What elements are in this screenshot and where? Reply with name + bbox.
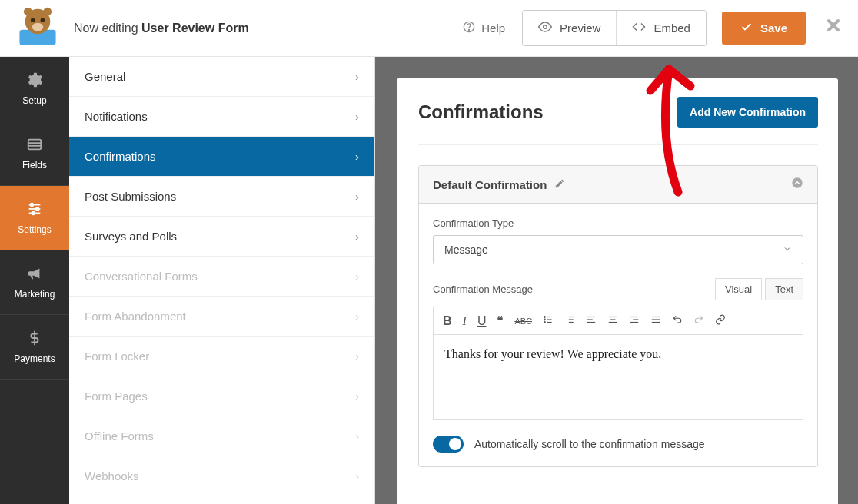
gear-icon	[26, 71, 43, 91]
main-area: Confirmations Add New Confirmation Defau…	[375, 57, 858, 504]
confirmation-box-title: Default Confirmation	[433, 178, 547, 191]
chevron-right-icon: ›	[355, 70, 359, 83]
underline-icon[interactable]: U	[477, 314, 487, 328]
align-right-icon[interactable]	[629, 314, 640, 328]
type-value: Message	[444, 244, 488, 256]
nav-payments-label: Payments	[14, 353, 55, 364]
type-label: Confirmation Type	[433, 217, 803, 229]
redo-icon[interactable]	[693, 314, 704, 328]
check-icon	[740, 21, 753, 35]
panel-item-label: Webhooks	[85, 469, 139, 482]
nav-setup-label: Setup	[22, 95, 46, 106]
nav-fields-label: Fields	[22, 160, 47, 171]
editor-tab-text[interactable]: Text	[765, 278, 803, 300]
editor-tab-visual[interactable]: Visual	[715, 278, 762, 300]
chevron-right-icon: ›	[355, 350, 359, 363]
confirmations-card: Confirmations Add New Confirmation Defau…	[397, 78, 838, 504]
svg-point-16	[31, 204, 34, 207]
auto-scroll-toggle[interactable]	[433, 436, 464, 453]
chevron-right-icon: ›	[355, 469, 359, 482]
svg-point-18	[32, 212, 35, 215]
bold-icon[interactable]: B	[443, 314, 452, 328]
save-button[interactable]: Save	[722, 12, 806, 45]
panel-item-label: Form Pages	[85, 390, 148, 403]
ul-icon[interactable]	[543, 314, 554, 328]
panel-item-webhooks[interactable]: Webhooks ›	[69, 456, 374, 496]
panel-item-label: Offline Forms	[85, 429, 154, 443]
confirmation-message-editor[interactable]	[433, 334, 803, 420]
nav-payments[interactable]: Payments	[0, 315, 69, 380]
svg-point-20	[792, 177, 802, 187]
align-center-icon[interactable]	[607, 314, 618, 328]
svg-point-4	[31, 18, 35, 22]
chevron-right-icon: ›	[355, 110, 359, 123]
svg-point-8	[469, 29, 470, 30]
confirmation-type-select[interactable]: Message	[433, 235, 803, 264]
nav-fields[interactable]: Fields	[0, 121, 69, 186]
code-icon	[632, 20, 646, 36]
add-confirmation-button[interactable]: Add New Confirmation	[677, 97, 818, 128]
panel-item-label: Post Submissions	[85, 190, 176, 203]
chevron-right-icon: ›	[355, 190, 359, 203]
megaphone-icon	[26, 265, 43, 284]
header-action-group: Preview Embed	[522, 10, 707, 46]
italic-icon[interactable]: I	[463, 314, 467, 328]
panel-item-label: Confirmations	[85, 150, 156, 163]
panel-item-label: Conversational Forms	[85, 270, 198, 283]
strike-icon[interactable]: ABC	[514, 317, 532, 326]
panel-item-general[interactable]: General ›	[69, 57, 374, 97]
editor-toolbar: B I U ❝ ABC	[433, 307, 803, 334]
editing-caption: Now editing User Review Form	[74, 22, 249, 35]
message-label: Confirmation Message	[433, 284, 533, 295]
confirmation-box: Default Confirmation Confirmation Type M…	[418, 165, 818, 467]
preview-button[interactable]: Preview	[523, 11, 616, 45]
svg-point-17	[36, 207, 39, 211]
link-icon[interactable]	[715, 314, 726, 328]
panel-item-label: Form Abandonment	[85, 310, 186, 323]
chevron-right-icon: ›	[355, 390, 359, 403]
nav-settings[interactable]: Settings	[0, 186, 69, 250]
embed-button[interactable]: Embed	[616, 11, 706, 45]
panel-item-offline-forms[interactable]: Offline Forms ›	[69, 416, 374, 456]
collapse-icon[interactable]	[791, 177, 803, 192]
help-label: Help	[481, 22, 505, 35]
panel-item-surveys-polls[interactable]: Surveys and Polls ›	[69, 217, 374, 257]
app-header: Now editing User Review Form Help Previe…	[0, 0, 858, 57]
chevron-right-icon: ›	[355, 150, 359, 163]
nav-setup[interactable]: Setup	[0, 57, 69, 121]
panel-item-notifications[interactable]: Notifications ›	[69, 97, 374, 137]
nav-marketing[interactable]: Marketing	[0, 250, 69, 315]
pencil-icon[interactable]	[554, 178, 565, 191]
panel-item-label: Form Locker	[85, 350, 149, 363]
undo-icon[interactable]	[672, 314, 683, 328]
page-title: Confirmations	[418, 101, 544, 123]
align-left-icon[interactable]	[586, 314, 597, 328]
panel-item-confirmations[interactable]: Confirmations ›	[69, 137, 374, 177]
align-justify-icon[interactable]	[650, 314, 661, 328]
chevron-right-icon: ›	[355, 310, 359, 323]
dollar-icon	[26, 330, 43, 349]
quote-icon[interactable]: ❝	[497, 313, 504, 328]
close-icon[interactable]	[824, 16, 843, 40]
svg-rect-10	[28, 140, 42, 150]
panel-item-form-pages[interactable]: Form Pages ›	[69, 376, 374, 416]
ol-icon[interactable]	[564, 314, 575, 328]
help-button[interactable]: Help	[463, 21, 505, 35]
panel-item-conversational-forms[interactable]: Conversational Forms ›	[69, 257, 374, 297]
save-label: Save	[760, 22, 787, 35]
nav-marketing-label: Marketing	[15, 289, 55, 300]
help-icon	[463, 21, 475, 35]
svg-point-26	[544, 321, 546, 323]
panel-item-label: Surveys and Polls	[85, 230, 177, 243]
panel-item-form-locker[interactable]: Form Locker ›	[69, 337, 374, 376]
app-logo	[15, 6, 60, 51]
sliders-icon	[26, 201, 43, 220]
left-nav: Setup Fields Settings Marketing Payments	[0, 57, 69, 504]
eye-icon	[538, 20, 552, 36]
panel-item-label: Notifications	[85, 110, 148, 123]
panel-item-form-abandonment[interactable]: Form Abandonment ›	[69, 297, 374, 337]
chevron-right-icon: ›	[355, 230, 359, 243]
svg-point-24	[544, 316, 546, 317]
chevron-right-icon: ›	[355, 429, 359, 443]
panel-item-post-submissions[interactable]: Post Submissions ›	[69, 177, 374, 217]
